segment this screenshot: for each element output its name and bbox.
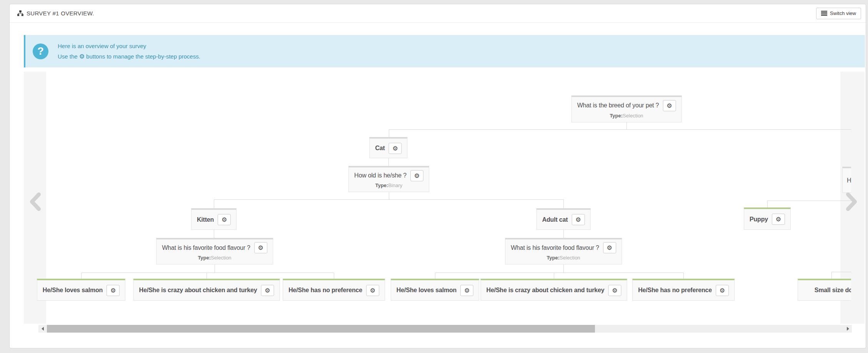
node-type-value: Selection [623,113,643,119]
alert-line-2-prefix: Use the [58,53,78,60]
question-mark-icon: ? [33,43,48,59]
question-mark-glyph: ? [37,45,44,57]
tree-connector [435,273,683,273]
scroll-right-arrow-icon [847,327,849,331]
tree-connector [683,273,684,279]
horizontal-scrollbar[interactable] [38,325,852,333]
node-label: Cat [375,145,385,152]
node-settings-button[interactable]: ⚙ [389,143,402,154]
tree-connector [563,230,564,238]
tree-connector [563,199,564,208]
tree-connector [334,273,334,279]
tree-connector [81,273,82,279]
gear-icon: ⚙ [720,287,725,294]
tree-node-puppy-answer: Puppy ⚙ [744,207,791,230]
alert-line-2-suffix: buttons to manage the step-by-step proce… [86,53,200,60]
tree-connector [214,199,214,208]
tree-connector [831,272,851,272]
gear-icon: ⚙ [265,287,270,294]
node-settings-button[interactable]: ⚙ [608,285,621,296]
gear-icon: ⚙ [258,244,263,251]
tree-node-flavour-left-question: What is his favorite food flavour ? ⚙ Ty… [156,238,273,264]
panel-header: SURVEY #1 OVERVIEW. Switch view [10,4,866,23]
node-title-row: Small size dog ⚙ [798,280,851,300]
tree-connector [388,158,389,166]
page-title-text: SURVEY #1 OVERVIEW. [27,10,94,17]
node-settings-button[interactable]: ⚙ [772,214,785,225]
node-title-row: He/She has no preference ⚙ [283,280,385,300]
survey-overview-panel: SURVEY #1 OVERVIEW. Switch view ? Here i… [9,4,866,348]
node-settings-button[interactable]: ⚙ [261,285,274,296]
node-title-row: He/She has no preference ⚙ [633,280,734,300]
gear-icon: ⚙ [776,216,781,223]
tree-connector [81,273,334,273]
node-type: Type:Selection [572,113,681,122]
tree-node-how-old-dog-question-clipped: H [842,167,851,193]
chevron-left-icon[interactable] [28,192,42,213]
tree-node-cat-answer: Cat ⚙ [369,137,407,158]
tree-connector [626,122,627,129]
node-type-value: Selection [560,255,580,261]
node-settings-button[interactable]: ⚙ [663,100,676,111]
scroll-left-arrow-icon [42,327,44,331]
node-label: He/She loves salmon [397,287,456,294]
node-settings-button[interactable]: ⚙ [218,214,231,225]
node-type-prefix: Type: [610,113,623,119]
node-label: He/She loves salmon [43,287,103,294]
node-title-row: He/She loves salmon ⚙ [391,280,479,300]
scrollbar-thumb[interactable] [47,325,595,333]
node-label: How old is he/she ? [354,172,407,179]
node-type-prefix: Type: [375,182,388,188]
tree-connector [389,129,389,137]
node-settings-button[interactable]: ⚙ [107,285,120,296]
node-label: He/She is crazy about chicken and turkey [139,287,257,294]
tree-connector [435,273,435,279]
switch-view-button[interactable]: Switch view [816,8,861,19]
alert-line-2: Use the⚙buttons to manage the step-by-st… [58,51,200,62]
tree-connector [207,273,207,279]
node-settings-button[interactable]: ⚙ [366,285,379,296]
node-settings-button[interactable]: ⚙ [571,214,585,225]
gear-icon: ⚙ [79,53,85,60]
tree-node-chicken-right-answer: He/She is crazy about chicken and turkey… [481,279,627,301]
tree-node-salmon-left-answer: He/She loves salmon ⚙ [37,279,125,301]
tree-node-salmon-right-answer: He/She loves salmon ⚙ [391,279,479,301]
gear-icon: ⚙ [414,172,420,179]
tree-node-adult-cat-answer: Adult cat ⚙ [536,208,591,230]
tree-node-flavour-right-question: What is his favorite food flavour ? ⚙ Ty… [505,238,622,264]
node-settings-button[interactable]: ⚙ [603,242,616,253]
tree-connector [214,230,214,238]
node-title-row: How old is he/she ? ⚙ [349,167,429,184]
node-type: Type:Binary [349,182,429,192]
node-settings-button[interactable]: ⚙ [410,170,423,181]
tree-connector [767,201,768,207]
sitemap-icon [17,10,23,16]
tree-connector [554,273,554,279]
gear-icon: ⚙ [612,287,617,294]
scrollbar-track[interactable] [47,325,844,333]
scrollbar-left-button[interactable] [38,325,47,333]
alert-line-1: Here is an overview of your survey [58,41,200,51]
tree-node-breed-question: What is the breed of your pet ? ⚙ Type:S… [571,95,682,122]
chevron-right-icon[interactable] [845,192,859,213]
survey-tree-canvas: What is the breed of your pet ? ⚙ Type:S… [24,72,851,324]
node-label: He/She has no preference [638,287,712,294]
tree-connector [767,201,851,201]
node-settings-button[interactable]: ⚙ [254,242,267,253]
node-label: What is the breed of your pet ? [577,102,659,109]
switch-view-label: Switch view [830,10,856,16]
node-settings-button[interactable]: ⚙ [460,285,473,296]
gear-icon: ⚙ [607,244,612,251]
tree-connector [214,199,563,200]
node-settings-button[interactable]: ⚙ [716,285,729,296]
tree-node-how-old-question: How old is he/she ? ⚙ Type:Binary [348,166,429,192]
tree-connector [563,264,564,273]
node-title-row: What is his favorite food flavour ? ⚙ [505,239,621,256]
node-label: What is his favorite food flavour ? [511,244,599,251]
node-label: What is his favorite food flavour ? [162,244,250,251]
node-label: Adult cat [542,216,568,223]
node-title-row: Puppy ⚙ [744,209,790,229]
node-type-prefix: Type: [546,255,560,261]
tree-connector [215,264,215,273]
scrollbar-right-button[interactable] [844,325,852,333]
